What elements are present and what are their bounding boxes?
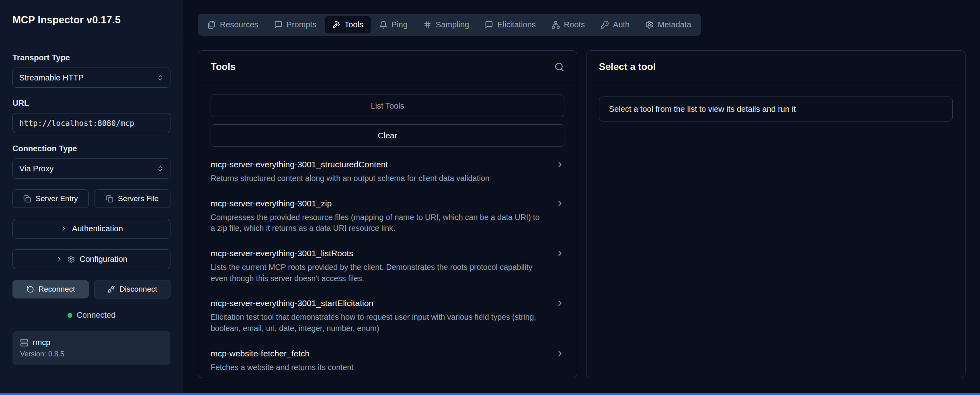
disconnect-label: Disconnect xyxy=(119,285,157,294)
tab-sampling[interactable]: Sampling xyxy=(416,16,476,33)
tool-detail-header: Select a tool xyxy=(586,51,965,83)
files-icon xyxy=(207,21,216,29)
tab-label: Auth xyxy=(613,20,629,29)
chevron-right-icon xyxy=(556,199,564,208)
bell-icon xyxy=(379,21,387,29)
tool-name: mcp-website-fetcher_fetch xyxy=(211,349,542,358)
tools-panel: Tools List Tools Clear mcp-server-everyt… xyxy=(198,50,577,378)
authentication-toggle[interactable]: Authentication xyxy=(12,219,170,239)
content-panels: Tools List Tools Clear mcp-server-everyt… xyxy=(198,50,966,378)
connection-type-select[interactable]: Via Proxy xyxy=(12,158,170,179)
tool-detail-title: Select a tool xyxy=(599,61,656,72)
chevron-right-icon xyxy=(55,255,63,263)
tool-list-item[interactable]: mcp-server-everything-3001_startElicitat… xyxy=(211,291,564,341)
chevrons-up-down-icon xyxy=(157,74,164,81)
tool-text: mcp-server-everything-3001_zip Compresse… xyxy=(211,199,556,234)
reconnect-label: Reconnect xyxy=(39,285,75,294)
message-square-icon xyxy=(274,21,283,29)
hammer-icon xyxy=(332,21,340,29)
tab-elicitations[interactable]: Elicitations xyxy=(478,16,543,33)
search-icon[interactable] xyxy=(554,62,564,72)
tool-list-item[interactable]: mcp-server-everything-3001_listRoots Lis… xyxy=(211,241,564,291)
server-entry-button[interactable]: Server Entry xyxy=(12,189,89,208)
tab-metadata[interactable]: Metadata xyxy=(638,16,698,33)
tab-prompts[interactable]: Prompts xyxy=(267,16,324,33)
mcp-inspector-app: MCP Inspector v0.17.5 Transport Type Str… xyxy=(0,0,980,395)
url-group: URL xyxy=(12,99,170,133)
tool-detail-panel: Select a tool Select a tool from the lis… xyxy=(586,50,966,378)
server-entry-label: Server Entry xyxy=(35,194,78,203)
tool-list-item[interactable]: mcp-server-everything-3001_zip Compresse… xyxy=(211,191,564,241)
chevron-right-icon xyxy=(556,160,564,169)
tab-resources[interactable]: Resources xyxy=(200,16,266,33)
connection-status: Connected xyxy=(12,311,170,320)
tab-bar: Resources Prompts Tools Ping Sampling El… xyxy=(198,14,701,36)
tool-name: mcp-server-everything-3001_structuredCon… xyxy=(211,160,542,169)
main-area: Resources Prompts Tools Ping Sampling El… xyxy=(183,0,980,395)
tools-panel-body: List Tools Clear mcp-server-everything-3… xyxy=(198,83,577,378)
tool-detail-body: Select a tool from the list to view its … xyxy=(586,83,965,133)
transport-type-select[interactable]: Streamable HTTP xyxy=(12,68,170,88)
chevron-right-icon xyxy=(60,225,68,232)
export-buttons-row: Server Entry Servers File xyxy=(12,189,170,208)
servers-file-button[interactable]: Servers File xyxy=(94,189,170,208)
tab-label: Sampling xyxy=(436,20,469,29)
server-name-row: rmcp xyxy=(20,338,163,347)
tool-description: Returns structured content along with an… xyxy=(211,173,542,184)
sidebar: MCP Inspector v0.17.5 Transport Type Str… xyxy=(0,0,183,395)
tab-roots[interactable]: Roots xyxy=(544,16,592,33)
url-label: URL xyxy=(12,99,170,108)
tool-description: Lists the current MCP roots provided by … xyxy=(211,262,542,284)
gear-icon xyxy=(68,255,75,263)
chevrons-up-down-icon xyxy=(157,165,164,172)
tool-text: mcp-server-everything-3001_structuredCon… xyxy=(211,160,556,184)
tab-label: Metadata xyxy=(658,20,691,29)
url-input[interactable] xyxy=(12,113,170,133)
server-name: rmcp xyxy=(33,338,50,347)
tab-label: Resources xyxy=(220,20,258,29)
tool-list-item[interactable]: mcp-server-everything-3001_structuredCon… xyxy=(211,152,564,191)
copy-icon xyxy=(23,195,31,203)
reconnect-button[interactable]: Reconnect xyxy=(12,280,89,298)
connection-status-label: Connected xyxy=(77,311,116,320)
clear-button[interactable]: Clear xyxy=(211,124,564,147)
tab-label: Roots xyxy=(564,20,585,29)
tab-label: Ping xyxy=(392,20,408,29)
list-tools-button[interactable]: List Tools xyxy=(211,95,564,117)
tool-list: mcp-server-everything-3001_structuredCon… xyxy=(211,152,564,378)
network-icon xyxy=(552,21,560,29)
connection-type-value: Via Proxy xyxy=(19,164,53,173)
app-title: MCP Inspector v0.17.5 xyxy=(12,14,121,26)
tab-auth[interactable]: Auth xyxy=(593,16,637,33)
chevron-right-icon xyxy=(556,299,564,308)
configuration-label: Configuration xyxy=(80,255,127,264)
authentication-label: Authentication xyxy=(72,224,123,233)
chevron-right-icon xyxy=(556,249,564,258)
connected-dot-icon xyxy=(68,313,72,318)
tab-tools[interactable]: Tools xyxy=(325,16,371,33)
transport-type-value: Streamable HTTP xyxy=(19,73,84,82)
transport-type-group: Transport Type Streamable HTTP xyxy=(12,53,170,88)
tools-panel-title: Tools xyxy=(211,61,236,72)
unplug-icon xyxy=(107,286,115,293)
tool-name: mcp-server-everything-3001_listRoots xyxy=(211,249,542,258)
chevron-right-icon xyxy=(556,349,564,358)
tool-description: Compresses the provided resource files (… xyxy=(211,212,542,234)
connection-type-label: Connection Type xyxy=(12,144,170,153)
servers-file-label: Servers File xyxy=(118,194,158,203)
tool-text: mcp-server-everything-3001_listRoots Lis… xyxy=(211,249,556,284)
tab-ping[interactable]: Ping xyxy=(372,16,415,33)
sidebar-header: MCP Inspector v0.17.5 xyxy=(0,0,183,40)
message-square-icon xyxy=(485,21,493,29)
hash-icon xyxy=(423,21,432,29)
server-icon xyxy=(20,339,28,347)
bottom-accent-bar xyxy=(0,393,980,395)
tool-description: Elicitation test tool that demonstrates … xyxy=(211,312,542,334)
server-version: Version: 0.8.5 xyxy=(20,350,163,358)
gear-icon xyxy=(645,21,654,29)
tool-list-item[interactable]: mcp-website-fetcher_fetch Fetches a webs… xyxy=(211,342,564,378)
disconnect-button[interactable]: Disconnect xyxy=(94,280,170,298)
tool-text: mcp-server-everything-3001_startElicitat… xyxy=(211,298,556,334)
tab-label: Prompts xyxy=(287,20,316,29)
configuration-toggle[interactable]: Configuration xyxy=(12,249,170,269)
